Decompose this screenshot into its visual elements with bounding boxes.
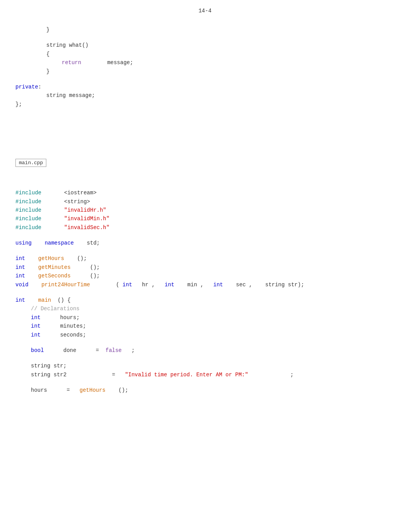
decl-str2: string str2 = "Invalid time period. Ente… [15, 371, 395, 379]
include-invalidhr: #include "invalidHr.h" [15, 206, 395, 214]
decl-str: string str; [15, 362, 395, 370]
code-line: }; [15, 100, 395, 109]
decl-minutes: int minutes; [15, 322, 395, 330]
include-iostream: #include <iostream> [15, 189, 395, 197]
main-code-section: #include <iostream> #include <string> #i… [15, 189, 395, 394]
proto-gethours: int getHours (); [15, 254, 395, 263]
page-number: 14-4 [15, 8, 395, 14]
include-string: #include <string> [15, 197, 395, 206]
using-namespace: using namespace std; [15, 239, 395, 247]
proto-print24: void print24HourTime ( int hr , int min … [15, 280, 395, 289]
code-line: string what() [15, 41, 395, 49]
code-line: } [15, 25, 395, 34]
include-invalidmin: #include "invalidMin.h" [15, 214, 395, 223]
comment-declarations: // Declarations [15, 304, 395, 313]
assign-hours: hours = getHours (); [15, 386, 395, 394]
decl-hours: int hours; [15, 313, 395, 322]
decl-seconds: int seconds; [15, 331, 395, 339]
decl-done: bool done = false ; [15, 346, 395, 355]
code-line: string message; [15, 91, 395, 100]
include-invalidsec: #include "invalidSec.h" [15, 223, 395, 232]
code-line: return message; [15, 58, 395, 67]
code-line: private: [15, 83, 395, 91]
proto-getseconds: int getSeconds (); [15, 272, 395, 280]
proto-getminutes: int getMinutes (); [15, 263, 395, 272]
code-line: } [15, 67, 395, 76]
code-line: { [15, 50, 395, 58]
top-code-section: } string what() { return message; } priv… [15, 25, 395, 109]
file-label: main.cpp [15, 159, 46, 167]
main-signature: int main () { [15, 296, 395, 304]
